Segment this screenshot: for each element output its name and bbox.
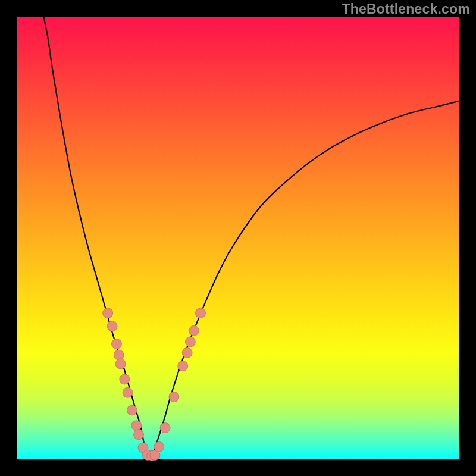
data-point [160, 423, 170, 433]
data-point [111, 339, 121, 349]
data-point [154, 441, 164, 452]
data-point [120, 374, 130, 384]
data-point [107, 321, 117, 331]
data-point [182, 347, 192, 358]
data-point [195, 308, 205, 318]
data-point [127, 405, 137, 415]
curve-right-branch [150, 101, 459, 459]
data-point [123, 387, 133, 397]
data-point [189, 325, 199, 336]
data-point [131, 421, 142, 431]
curve-group [44, 17, 459, 459]
data-point [178, 361, 188, 371]
data-point [114, 350, 124, 360]
data-points-group [103, 308, 206, 461]
data-point [185, 337, 195, 347]
data-point [169, 392, 179, 402]
plot-area [17, 17, 459, 459]
chart-frame: TheBottleneck.com [0, 0, 476, 476]
curve-svg [17, 17, 459, 459]
data-point [103, 308, 113, 318]
data-point [115, 359, 126, 369]
data-point [134, 430, 144, 440]
curve-left-branch [44, 17, 150, 459]
watermark-text: TheBottleneck.com [342, 1, 470, 17]
